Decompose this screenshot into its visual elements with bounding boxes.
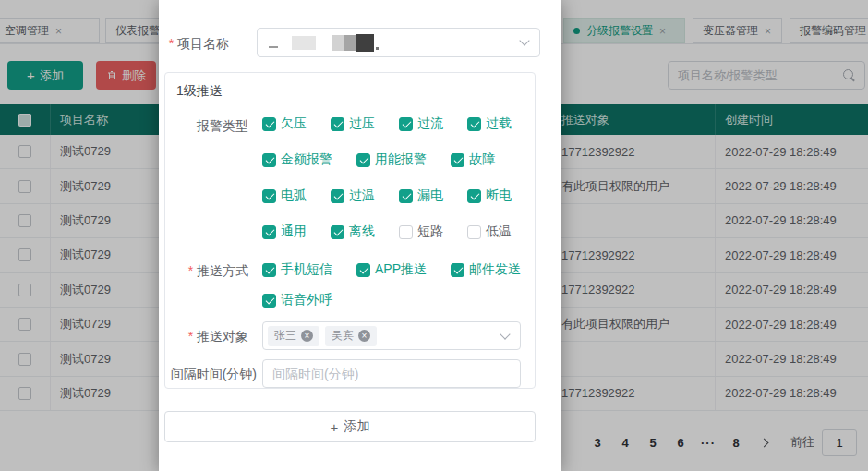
- checkbox-icon: [262, 153, 276, 167]
- checkbox-icon: [356, 263, 370, 277]
- level-alarm-dialog: 项目名称 1级推送 报警类型 欠压过压过流过载金额报警用能报警故障电弧过温漏电断…: [159, 0, 561, 471]
- modal-add-button[interactable]: + 添加: [164, 411, 536, 442]
- push-target-label: 推送对象: [165, 329, 248, 345]
- checkbox-icon: [262, 189, 276, 203]
- checkbox-label: 用能报警: [375, 151, 427, 168]
- checkbox-icon: [467, 117, 481, 131]
- checkbox-icon: [331, 225, 344, 239]
- push-target-select[interactable]: 张三×吴宾×: [262, 321, 521, 350]
- alarm-type-checkbox[interactable]: 欠压: [262, 115, 307, 132]
- alarm-type-checkbox[interactable]: 用能报警: [356, 151, 427, 168]
- checkbox-label: APP推送: [375, 261, 427, 278]
- alarm-type-row: 电弧过温漏电断电: [262, 187, 512, 204]
- alarm-type-checkbox[interactable]: 离线: [331, 223, 375, 240]
- checkbox-icon: [356, 153, 370, 167]
- chevron-down-icon: [519, 35, 529, 45]
- app-screen: 空调管理 × 仪表报警规 分级报警设置 × 变压器管理 × 报警编码管理 + 添…: [0, 0, 868, 471]
- alarm-type-row: 欠压过压过流过载: [262, 115, 512, 132]
- checkbox-icon: [451, 153, 464, 167]
- alarm-type-label: 报警类型: [165, 118, 248, 135]
- checkbox-label: 电弧: [281, 187, 307, 204]
- push-method-label: 推送方式: [165, 263, 248, 280]
- alarm-type-checkbox[interactable]: 漏电: [399, 187, 443, 204]
- modal-add-button-label: 添加: [344, 418, 369, 435]
- checkbox-label: 过压: [349, 115, 375, 132]
- alarm-type-row: 通用离线短路低温: [262, 223, 512, 240]
- project-name-label: 项目名称: [159, 36, 229, 53]
- checkbox-icon: [331, 189, 344, 203]
- interval-input[interactable]: [262, 359, 521, 388]
- section-title: 1级推送: [176, 83, 223, 100]
- checkbox-icon: [399, 189, 413, 203]
- checkbox-label: 过温: [349, 187, 375, 204]
- alarm-type-row: 金额报警用能报警故障: [262, 151, 512, 168]
- checkbox-icon: [331, 117, 344, 131]
- alarm-type-checkbox[interactable]: 过流: [399, 115, 443, 132]
- target-tag-label: 张三: [274, 328, 296, 344]
- remove-tag-icon[interactable]: ×: [358, 330, 370, 342]
- checkbox-icon: [262, 263, 276, 277]
- interval-label: 间隔时间(分钟): [165, 367, 257, 383]
- checkbox-icon: [262, 225, 276, 239]
- checkbox-label: 邮件发送: [469, 261, 521, 278]
- checkbox-icon: [467, 189, 481, 203]
- checkbox-label: 离线: [349, 223, 375, 240]
- alarm-type-checkbox[interactable]: 通用: [262, 223, 307, 240]
- checkbox-label: 故障: [469, 151, 495, 168]
- remove-tag-icon[interactable]: ×: [301, 330, 313, 342]
- target-tag: 张三×: [268, 326, 319, 346]
- checkbox-label: 断电: [486, 187, 512, 204]
- alarm-type-checkbox[interactable]: 金额报警: [262, 151, 332, 168]
- project-name-select[interactable]: [257, 28, 540, 57]
- push-method-row: 语音外呼: [262, 292, 521, 308]
- checkbox-icon: [399, 225, 413, 239]
- push-method-row: 手机短信APP推送邮件发送: [262, 261, 521, 278]
- push-method-checkbox[interactable]: APP推送: [356, 261, 427, 278]
- chevron-down-icon: [500, 329, 510, 339]
- checkbox-label: 短路: [417, 223, 443, 240]
- alarm-type-checkbox[interactable]: 电弧: [262, 187, 307, 204]
- checkbox-icon: [399, 117, 413, 131]
- checkbox-label: 欠压: [281, 115, 307, 132]
- checkbox-icon: [262, 294, 276, 308]
- alarm-type-checkbox-group: 欠压过压过流过载金额报警用能报警故障电弧过温漏电断电通用离线短路低温: [262, 115, 512, 260]
- target-tag: 吴宾×: [325, 326, 377, 346]
- level1-push-group: 1级推送 报警类型 欠压过压过流过载金额报警用能报警故障电弧过温漏电断电通用离线…: [164, 72, 536, 389]
- alarm-type-checkbox[interactable]: 过载: [467, 115, 512, 132]
- plus-icon: +: [331, 420, 339, 434]
- target-tag-label: 吴宾: [332, 328, 354, 344]
- alarm-type-checkbox[interactable]: 故障: [451, 151, 495, 168]
- redacted-project-name: [269, 34, 379, 52]
- checkbox-label: 金额报警: [281, 151, 332, 168]
- checkbox-label: 通用: [281, 223, 307, 240]
- push-method-checkbox-group: 手机短信APP推送邮件发送语音外呼: [262, 261, 521, 322]
- alarm-type-checkbox[interactable]: 断电: [467, 187, 512, 204]
- push-method-checkbox[interactable]: 手机短信: [262, 261, 332, 278]
- alarm-type-checkbox[interactable]: 低温: [467, 223, 512, 240]
- alarm-type-checkbox[interactable]: 过压: [331, 115, 375, 132]
- checkbox-icon: [467, 225, 481, 239]
- alarm-type-checkbox[interactable]: 过温: [331, 187, 375, 204]
- checkbox-label: 过载: [486, 115, 512, 132]
- checkbox-label: 过流: [417, 115, 443, 132]
- checkbox-label: 低温: [486, 223, 512, 240]
- checkbox-icon: [451, 263, 464, 277]
- checkbox-label: 语音外呼: [281, 292, 332, 308]
- checkbox-label: 漏电: [417, 187, 443, 204]
- push-method-checkbox[interactable]: 邮件发送: [451, 261, 521, 278]
- alarm-type-checkbox[interactable]: 短路: [399, 223, 443, 240]
- checkbox-label: 手机短信: [281, 261, 332, 278]
- checkbox-icon: [262, 117, 276, 131]
- push-target-tags: 张三×吴宾×: [268, 326, 377, 346]
- push-method-checkbox[interactable]: 语音外呼: [262, 292, 332, 308]
